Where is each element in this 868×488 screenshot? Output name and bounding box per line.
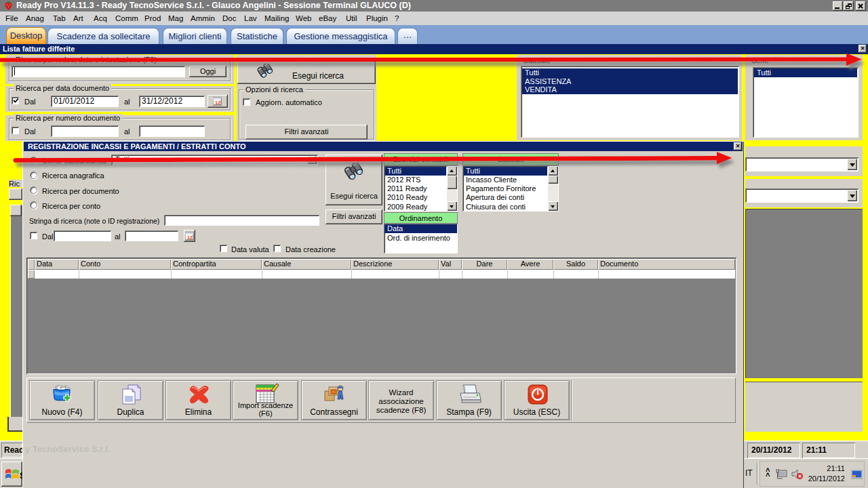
svg-text:12: 12 xyxy=(215,100,220,105)
svg-text:12: 12 xyxy=(187,235,193,240)
